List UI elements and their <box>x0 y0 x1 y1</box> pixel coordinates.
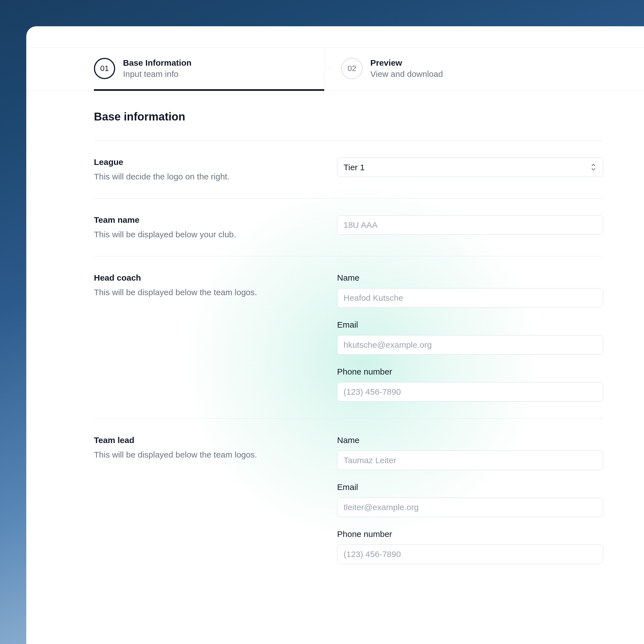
section-league: League This will decide the logo on the … <box>94 140 603 198</box>
step-subtitle: Input team info <box>123 69 191 79</box>
team-lead-phone-label: Phone number <box>337 529 603 539</box>
section-head-coach: Head coach This will be displayed below … <box>94 256 603 418</box>
section-team-lead: Team lead This will be displayed below t… <box>94 418 603 581</box>
team-lead-name-input[interactable] <box>337 451 603 470</box>
team-name-label: Team name <box>94 215 337 225</box>
league-label: League <box>94 157 337 167</box>
step-title: Preview <box>370 58 443 68</box>
step-title: Base Information <box>123 58 191 68</box>
step-base-information[interactable]: 01 Base Information Input team info <box>94 48 324 91</box>
head-coach-label: Head coach <box>94 273 337 283</box>
team-lead-email-input[interactable] <box>337 498 603 517</box>
step-preview[interactable]: 02 Preview View and download <box>324 48 555 91</box>
team-lead-email-label: Email <box>337 482 603 492</box>
head-coach-email-label: Email <box>337 320 603 330</box>
head-coach-name-input[interactable] <box>337 288 603 308</box>
stepper: 01 Base Information Input team info 02 P… <box>26 48 644 91</box>
step-number-badge: 02 <box>341 58 363 79</box>
app-window: 01 Base Information Input team info 02 P… <box>26 26 644 644</box>
team-lead-phone-input[interactable] <box>337 544 603 564</box>
form-content: Base information League This will decide… <box>26 91 644 581</box>
head-coach-hint: This will be displayed below the team lo… <box>94 288 337 297</box>
head-coach-name-label: Name <box>337 273 603 283</box>
head-coach-phone-label: Phone number <box>337 367 603 377</box>
team-lead-label: Team lead <box>94 435 337 445</box>
team-name-hint: This will be displayed below your club. <box>94 230 337 239</box>
step-number-badge: 01 <box>94 58 115 79</box>
league-select[interactable]: Tier 1 <box>337 157 603 177</box>
team-lead-name-label: Name <box>337 435 603 445</box>
team-name-input[interactable] <box>337 215 603 235</box>
page-title: Base information <box>94 110 603 123</box>
section-team-name: Team name This will be displayed below y… <box>94 198 603 256</box>
step-subtitle: View and download <box>370 69 443 79</box>
league-hint: This will decide the logo on the right. <box>94 172 337 181</box>
team-lead-hint: This will be displayed below the team lo… <box>94 450 337 460</box>
head-coach-phone-input[interactable] <box>337 382 603 402</box>
head-coach-email-input[interactable] <box>337 335 603 355</box>
